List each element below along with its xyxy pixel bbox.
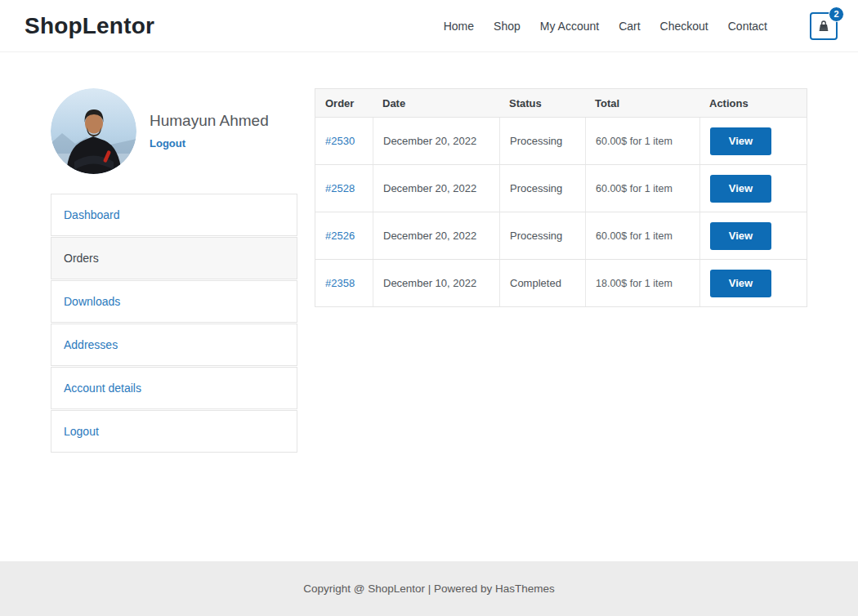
order-status: Processing	[499, 212, 585, 259]
site-footer: Copyright @ ShopLentor | Powered by HasT…	[0, 561, 858, 616]
orders-section: Order Date Status Total Actions #2530 De…	[315, 88, 807, 561]
avatar	[51, 88, 136, 174]
nav-item-home[interactable]: Home	[444, 20, 474, 33]
profile-info: Humayun Ahmed Logout	[150, 112, 269, 150]
order-date: December 20, 2022	[373, 165, 499, 212]
table-row: #2526 December 20, 2022 Processing 60.00…	[315, 212, 807, 260]
nav-item-shop[interactable]: Shop	[494, 20, 521, 33]
nav-item-contact[interactable]: Contact	[728, 20, 767, 33]
order-date: December 20, 2022	[373, 118, 499, 164]
profile-logout-link[interactable]: Logout	[150, 137, 185, 150]
column-header-order: Order	[315, 89, 373, 117]
sidebar-item-dashboard[interactable]: Dashboard	[51, 194, 297, 236]
account-menu: Dashboard Orders Downloads Addresses Acc…	[51, 194, 297, 453]
order-number-link[interactable]: #2358	[325, 277, 355, 289]
view-order-button[interactable]: View	[710, 222, 771, 250]
order-total: 60.00$ for 1 item	[596, 183, 673, 194]
order-total: 60.00$ for 1 item	[596, 136, 673, 147]
view-order-button[interactable]: View	[710, 270, 771, 297]
table-row: #2530 December 20, 2022 Processing 60.00…	[315, 118, 807, 165]
order-total: 18.00$ for 1 item	[596, 278, 673, 289]
profile-block: Humayun Ahmed Logout	[51, 88, 297, 174]
order-number-link[interactable]: #2530	[325, 135, 355, 147]
account-sidebar: Humayun Ahmed Logout Dashboard Orders Do…	[51, 88, 297, 561]
sidebar-item-downloads[interactable]: Downloads	[51, 280, 297, 323]
order-date: December 10, 2022	[373, 260, 499, 306]
table-row: #2528 December 20, 2022 Processing 60.00…	[315, 165, 807, 212]
nav-item-checkout[interactable]: Checkout	[660, 20, 708, 33]
cart-count-badge: 2	[829, 7, 844, 22]
orders-table: Order Date Status Total Actions #2530 De…	[315, 88, 807, 307]
profile-name: Humayun Ahmed	[150, 112, 269, 130]
order-number-link[interactable]: #2528	[325, 182, 355, 194]
main-nav: Home Shop My Account Cart Checkout Conta…	[444, 12, 838, 40]
main-content: Humayun Ahmed Logout Dashboard Orders Do…	[0, 52, 858, 561]
column-header-date: Date	[373, 89, 499, 117]
order-status: Processing	[499, 165, 585, 212]
order-status: Completed	[499, 260, 585, 306]
cart-button[interactable]: 2	[810, 12, 838, 40]
site-header: ShopLentor Home Shop My Account Cart Che…	[0, 0, 858, 52]
order-number-link[interactable]: #2526	[325, 230, 355, 242]
sidebar-item-orders[interactable]: Orders	[51, 237, 297, 279]
sidebar-item-logout[interactable]: Logout	[51, 410, 297, 453]
copyright-text: Copyright @ ShopLentor | Powered by HasT…	[303, 583, 555, 595]
order-date: December 20, 2022	[373, 212, 499, 259]
nav-item-my-account[interactable]: My Account	[540, 20, 599, 33]
site-logo[interactable]: ShopLentor	[25, 13, 154, 39]
column-header-total: Total	[585, 89, 699, 117]
table-row: #2358 December 10, 2022 Completed 18.00$…	[315, 260, 807, 306]
column-header-actions: Actions	[699, 89, 807, 117]
view-order-button[interactable]: View	[710, 127, 771, 155]
order-total: 60.00$ for 1 item	[596, 230, 673, 242]
order-status: Processing	[499, 118, 585, 164]
orders-table-header: Order Date Status Total Actions	[315, 89, 807, 118]
view-order-button[interactable]: View	[710, 175, 771, 203]
column-header-status: Status	[499, 89, 585, 117]
shopping-bag-icon	[816, 19, 831, 33]
sidebar-item-addresses[interactable]: Addresses	[51, 324, 297, 366]
sidebar-item-account-details[interactable]: Account details	[51, 367, 297, 409]
nav-item-cart[interactable]: Cart	[619, 20, 640, 33]
